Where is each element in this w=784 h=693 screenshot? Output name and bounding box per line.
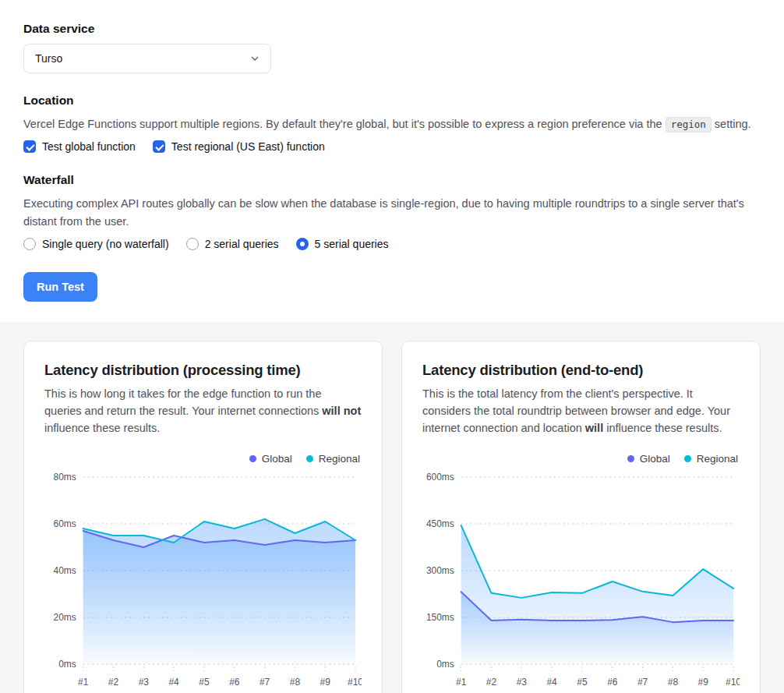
checkbox-test-global-function[interactable]: Test global function — [23, 140, 136, 153]
svg-text:#2: #2 — [486, 677, 497, 688]
radio-label: 2 serial queries — [205, 238, 279, 250]
svg-text:450ms: 450ms — [426, 518, 454, 529]
chart-legend: Global Regional — [422, 453, 738, 465]
svg-text:#9: #9 — [698, 677, 709, 688]
radio-2-serial-queries[interactable]: 2 serial queries — [186, 238, 279, 250]
svg-text:#1: #1 — [456, 677, 467, 688]
data-service-heading: Data service — [23, 22, 761, 36]
radio-label: Single query (no waterfall) — [42, 238, 169, 250]
chart-legend: Global Regional — [44, 453, 360, 465]
legend-item-regional: Regional — [306, 453, 360, 465]
svg-text:#9: #9 — [320, 677, 331, 688]
chart-description: This is the total latency from the clien… — [422, 386, 740, 437]
svg-text:#1: #1 — [78, 677, 89, 688]
radio-icon[interactable] — [296, 238, 309, 250]
checkbox-label: Test regional (US East) function — [171, 140, 325, 153]
radio-5-serial-queries[interactable]: 5 serial queries — [296, 238, 389, 250]
svg-text:#7: #7 — [637, 677, 648, 688]
svg-text:#5: #5 — [199, 677, 210, 688]
legend-item-global: Global — [627, 453, 670, 465]
location-description-suffix: setting. — [712, 118, 751, 130]
svg-text:#8: #8 — [668, 677, 679, 688]
chart-description-bold: will not — [322, 405, 361, 417]
chart-description-text: This is how long it takes for the edge f… — [44, 387, 322, 417]
waterfall-description: Executing complex API routes globally ca… — [23, 195, 761, 230]
legend-item-global: Global — [249, 453, 292, 465]
region-code-chip: region — [666, 117, 712, 133]
legend-label: Global — [262, 453, 292, 465]
legend-label: Global — [640, 453, 670, 465]
data-service-select-value: Turso — [35, 52, 62, 65]
svg-text:80ms: 80ms — [54, 472, 76, 483]
location-description: Vercel Edge Functions support multiple r… — [23, 115, 761, 133]
svg-text:#3: #3 — [517, 677, 528, 688]
results-section: Latency distribution (processing time) T… — [0, 322, 784, 693]
svg-text:60ms: 60ms — [54, 518, 76, 529]
chart-card-end-to-end: Latency distribution (end-to-end) This i… — [401, 341, 761, 693]
checkbox-label: Test global function — [42, 140, 136, 153]
chart-description-bold: will — [585, 422, 603, 434]
svg-text:0ms: 0ms — [436, 659, 454, 670]
location-description-text: Vercel Edge Functions support multiple r… — [23, 118, 666, 130]
svg-text:600ms: 600ms — [426, 472, 454, 483]
chart-description: This is how long it takes for the edge f… — [44, 386, 362, 437]
latency-end-to-end-chart: 0ms150ms300ms450ms600ms#1#2#3#4#5#6#7#8#… — [422, 468, 740, 693]
checkbox-test-regional-function[interactable]: Test regional (US East) function — [153, 140, 325, 153]
legend-label: Regional — [697, 453, 738, 465]
svg-text:#6: #6 — [229, 677, 240, 688]
location-heading: Location — [23, 94, 761, 108]
waterfall-heading: Waterfall — [23, 173, 761, 187]
svg-text:#8: #8 — [290, 677, 301, 688]
waterfall-radio-row: Single query (no waterfall) 2 serial que… — [23, 238, 761, 250]
svg-text:#4: #4 — [168, 677, 179, 688]
checkbox-icon[interactable] — [153, 140, 165, 153]
chart-title: Latency distribution (end-to-end) — [422, 362, 740, 379]
data-service-select[interactable]: Turso — [23, 44, 271, 73]
svg-text:#3: #3 — [139, 677, 150, 688]
radio-icon[interactable] — [186, 238, 199, 250]
svg-text:20ms: 20ms — [54, 612, 76, 623]
legend-label: Regional — [319, 453, 360, 465]
checkbox-icon[interactable] — [23, 140, 36, 153]
location-checkbox-row: Test global function Test regional (US E… — [23, 140, 761, 153]
chart-card-processing-time: Latency distribution (processing time) T… — [23, 341, 383, 693]
legend-dot-regional — [306, 455, 313, 462]
svg-text:#10: #10 — [348, 677, 362, 688]
svg-text:#5: #5 — [577, 677, 588, 688]
legend-dot-global — [627, 455, 634, 462]
legend-item-regional: Regional — [684, 453, 738, 465]
svg-text:40ms: 40ms — [54, 565, 76, 576]
radio-icon[interactable] — [23, 238, 36, 250]
legend-dot-regional — [684, 455, 691, 462]
run-test-button[interactable]: Run Test — [23, 272, 97, 302]
svg-text:#10: #10 — [726, 677, 740, 688]
svg-text:#2: #2 — [108, 677, 119, 688]
radio-single-query[interactable]: Single query (no waterfall) — [23, 238, 169, 250]
svg-text:#4: #4 — [546, 677, 557, 688]
chevron-down-icon — [249, 52, 261, 65]
chart-description-suffix: influence these results. — [44, 422, 160, 434]
legend-dot-global — [249, 455, 256, 462]
radio-label: 5 serial queries — [315, 238, 389, 250]
svg-text:#7: #7 — [260, 677, 270, 688]
svg-text:#6: #6 — [607, 677, 618, 688]
svg-text:300ms: 300ms — [426, 565, 454, 576]
svg-text:0ms: 0ms — [58, 659, 76, 670]
chart-description-suffix: influence these results. — [603, 422, 722, 434]
chart-title: Latency distribution (processing time) — [44, 362, 362, 379]
latency-processing-chart: 0ms20ms40ms60ms80ms#1#2#3#4#5#6#7#8#9#10 — [44, 468, 362, 693]
test-config-section: Data service Turso Location Vercel Edge … — [0, 0, 784, 322]
svg-text:150ms: 150ms — [426, 612, 454, 623]
